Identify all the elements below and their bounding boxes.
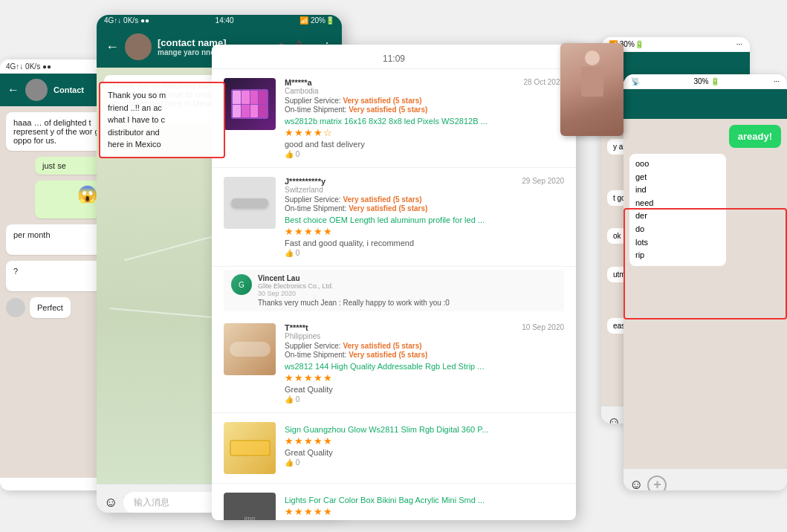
panel-time: 11:09 <box>383 53 405 64</box>
service-rating-3: Very satisfied (5 stars) <box>343 342 421 350</box>
battery-right: 30% 🔋 <box>693 77 719 85</box>
vendor-reply-text: Thanks very much Jean : Really happy to … <box>258 299 450 307</box>
review-date-2: 29 Sep 2020 <box>522 177 564 185</box>
more-right: ··· <box>774 77 780 85</box>
emoji-icon-right[interactable]: ☺ <box>629 477 643 490</box>
stars-4: ★★★★★ <box>285 435 564 447</box>
more-dots: ··· <box>736 40 742 48</box>
review-content-3: T*****t Philippines 10 Sep 2020 Supplier… <box>285 323 564 403</box>
reviewer-name-2: J**********y <box>285 177 326 186</box>
like-count-4: 👍 0 <box>285 458 564 467</box>
back-arrow-main[interactable]: ← <box>106 39 119 55</box>
contact-avatar <box>125 33 152 60</box>
input-bar-right: ☺ + <box>624 468 787 490</box>
product-name-2: Best choice OEM Length led aluminum prof… <box>285 215 564 224</box>
input-placeholder: 输入消息 <box>134 497 169 507</box>
product-thumb-5: img <box>224 493 276 520</box>
avatar-small <box>6 298 25 317</box>
chat-bubble-perfect: Perfect <box>30 297 71 318</box>
reviewer-country-2: Switzerland <box>285 186 326 194</box>
review-panel: 11:09 M*****a Cambodia 28 Oct 2020 <box>212 45 576 520</box>
review-content-5: Lights For Car Color Box Bikini Bag Acry… <box>285 493 564 520</box>
time-status: 14:40 <box>216 16 234 25</box>
back-arrow-back-left[interactable]: ← <box>7 83 19 97</box>
review-content-4: Sign Guangzhou Glow Ws2811 Slim Rgb Digi… <box>285 422 564 474</box>
msg-text: just se <box>42 161 66 170</box>
red-box-text: Thank you so mfriend ..!! an acwhat I ha… <box>108 91 166 149</box>
review-date-1: 28 Oct 2020 <box>524 78 564 86</box>
supplier-photo-container <box>560 43 624 136</box>
stars-3: ★★★★★ <box>285 372 564 383</box>
person-head <box>585 51 600 65</box>
reviewer-country-1: Cambodia <box>285 87 319 95</box>
product-thumb-4 <box>224 422 276 474</box>
vendor-reply: G Vincent Lau Glite Electronics Co., Ltd… <box>224 270 564 311</box>
vendor-info: Vincent Lau Glite Electronics Co., Ltd. … <box>258 274 450 307</box>
status-bar-back-right: 📶 30%🔋 ··· <box>601 37 750 52</box>
stars-2: ★★★★★ <box>285 226 564 237</box>
large-green-msg: aready! <box>629 125 781 148</box>
like-count-3: 👍 0 <box>285 395 564 403</box>
review-content-1: M*****a Cambodia 28 Oct 2020 Supplier Se… <box>285 78 564 158</box>
product-thumb-1 <box>224 78 276 130</box>
service-rating-2: Very satisfied (5 stars) <box>343 195 421 204</box>
review-date-3: 10 Sep 2020 <box>522 323 564 331</box>
battery-status: 📶 20%🔋 <box>299 16 334 25</box>
review-item-3: T*****t Philippines 10 Sep 2020 Supplier… <box>212 314 576 413</box>
thumb-label: img <box>244 515 256 520</box>
shipment-rating-3: Very satisfied (5 stars) <box>349 351 427 359</box>
shipment-row-1: On-time Shipment: Very satisfied (5 star… <box>285 106 564 114</box>
aready-bubble: aready! <box>729 125 781 148</box>
review-item-5: img Lights For Car Color Box Bikini Bag … <box>212 484 576 520</box>
shipment-rating-2: Very satisfied (5 stars) <box>349 204 427 213</box>
main-right-phone: 📡 30% 🔋 ··· aready! ooogetindneedderdolo… <box>624 74 787 490</box>
product-name-4: Sign Guangzhou Glow Ws2811 Slim Rgb Digi… <box>285 425 564 434</box>
stars-5: ★★★★★ <box>285 506 564 517</box>
shipment-row-3: On-time Shipment: Very satisfied (5 star… <box>285 351 564 359</box>
plus-icon-right[interactable]: + <box>647 476 667 491</box>
red-box-left: Thank you so mfriend ..!! an acwhat I ha… <box>99 82 225 158</box>
vendor-reply-date: 30 Sep 2020 <box>258 290 450 297</box>
msg-text: per month <box>13 230 51 239</box>
msg-text: Perfect <box>37 303 63 312</box>
review-text-1: good and fast delivery <box>285 140 564 149</box>
supplier-photo <box>560 43 624 136</box>
product-name-5: Lights For Car Color Box Bikini Bag Acry… <box>285 496 564 505</box>
vendor-avatar: G <box>231 274 252 295</box>
product-thumb-3 <box>224 323 276 375</box>
signal-right: 📡 <box>631 77 640 85</box>
msg-text: ? <box>13 267 18 276</box>
reviewer-country-3: Philippines <box>285 332 320 340</box>
status-bar-right: 📡 30% 🔋 ··· <box>624 74 787 89</box>
service-row-1: Supplier Service: Very satisfied (5 star… <box>285 97 564 105</box>
msg-ooo: ooogetindneedderdolotsrip <box>629 154 726 266</box>
review-content-2: J**********y Switzerland 29 Sep 2020 Sup… <box>285 177 564 257</box>
chat-area-right: aready! ooogetindneedderdolotsrip <box>624 119 787 468</box>
review-item-2: J**********y Switzerland 29 Sep 2020 Sup… <box>212 168 576 267</box>
stars-1: ★★★★☆ <box>285 127 564 138</box>
avatar-back-left <box>25 79 48 101</box>
service-row-2: Supplier Service: Very satisfied (5 star… <box>285 195 564 204</box>
emoji-btn[interactable]: ☺ <box>104 495 117 510</box>
review-text-2: Fast and good quality, i recommend <box>285 239 564 247</box>
service-row-3: Supplier Service: Very satisfied (5 star… <box>285 342 564 350</box>
signal-status: 4G↑↓ 0K/s ●● <box>104 16 149 25</box>
signal-text: 4G↑↓ 0K/s ●● <box>6 62 51 71</box>
vendor-name: Vincent Lau <box>258 274 450 282</box>
product-name-1: ws2812b matrix 16x16 8x32 8x8 led Pixels… <box>285 117 564 126</box>
shipment-row-2: On-time Shipment: Very satisfied (5 star… <box>285 204 564 213</box>
product-thumb-2 <box>224 177 276 229</box>
product-name-3: ws2812 144 High Quality Addressable Rgb … <box>285 362 564 371</box>
person-body <box>581 67 603 97</box>
shipment-rating-1: Very satisfied (5 stars) <box>349 106 427 114</box>
service-rating-1: Very satisfied (5 stars) <box>343 97 421 105</box>
reviewer-name-3: T*****t <box>285 323 320 332</box>
emoji-icon-r[interactable]: ☺ <box>607 415 621 424</box>
review-text-3: Great Quality <box>285 385 564 394</box>
vendor-company: Glite Electronics Co., Ltd. <box>258 282 450 290</box>
review-text-4: Great Quality <box>285 448 564 457</box>
like-count-2: 👍 0 <box>285 249 564 257</box>
right-messages: ooogetindneedderdolotsrip <box>629 154 781 266</box>
wa-status-bar: 4G↑↓ 0K/s ●● 14:40 📶 20%🔋 <box>97 15 342 26</box>
review-item-4: Sign Guangzhou Glow Ws2811 Slim Rgb Digi… <box>212 413 576 484</box>
